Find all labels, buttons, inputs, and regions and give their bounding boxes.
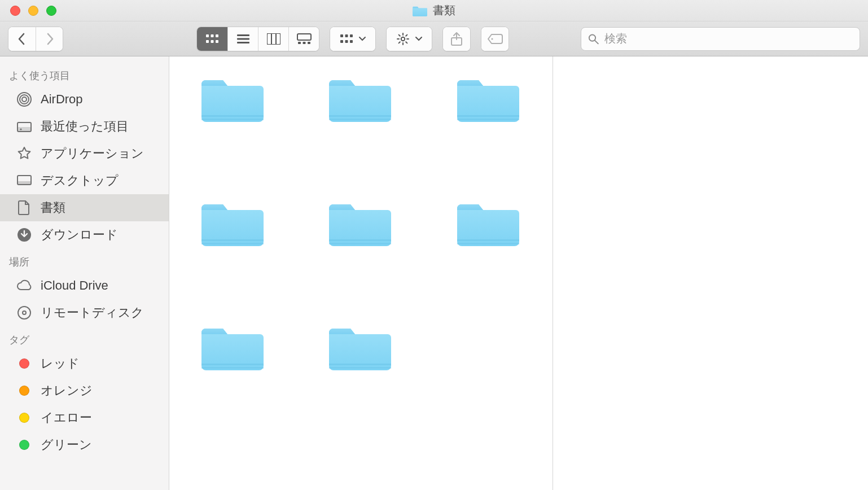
sidebar-item-applications[interactable]: アプリケーション bbox=[0, 140, 169, 167]
icon-grid-pane[interactable] bbox=[169, 56, 553, 490]
minimize-window-button[interactable] bbox=[28, 6, 38, 16]
svg-rect-55 bbox=[329, 243, 391, 244]
tag-dot-icon bbox=[16, 382, 33, 399]
action-dropdown[interactable] bbox=[386, 27, 432, 51]
sidebar-item-label: リモートディスク bbox=[41, 304, 144, 321]
sidebar-section-favorites: よく使う項目 bbox=[0, 62, 169, 86]
svg-rect-57 bbox=[457, 243, 519, 244]
close-window-button[interactable] bbox=[10, 6, 20, 16]
back-button[interactable] bbox=[8, 27, 36, 51]
svg-rect-61 bbox=[329, 367, 391, 369]
folder-item[interactable] bbox=[194, 322, 273, 378]
applications-icon bbox=[16, 145, 33, 162]
chevron-left-icon bbox=[17, 33, 27, 45]
svg-rect-50 bbox=[457, 115, 519, 117]
search-input[interactable] bbox=[604, 32, 853, 45]
gallery-view-icon bbox=[297, 33, 312, 45]
svg-rect-8 bbox=[237, 42, 249, 43]
disc-icon bbox=[16, 304, 33, 321]
svg-point-33 bbox=[589, 34, 595, 41]
sidebar-item-remote-disc[interactable]: リモートディスク bbox=[0, 299, 169, 326]
airdrop-icon bbox=[16, 91, 33, 108]
search-field[interactable] bbox=[581, 27, 860, 51]
folder-icon bbox=[457, 198, 520, 248]
sidebar-item-airdrop[interactable]: AirDrop bbox=[0, 86, 169, 113]
sidebar-item-label: グリーン bbox=[41, 436, 92, 453]
folder-icon bbox=[329, 73, 392, 124]
svg-rect-15 bbox=[308, 42, 310, 44]
documents-icon bbox=[16, 199, 33, 216]
svg-rect-53 bbox=[201, 243, 264, 244]
search-icon bbox=[588, 33, 599, 45]
svg-point-45 bbox=[23, 311, 26, 314]
zoom-window-button[interactable] bbox=[46, 6, 56, 16]
folder-item[interactable] bbox=[321, 73, 400, 130]
list-view-button[interactable] bbox=[227, 27, 258, 51]
icon-view-icon bbox=[205, 34, 219, 44]
folder-icon bbox=[201, 198, 265, 248]
svg-rect-16 bbox=[340, 34, 343, 37]
sidebar-item-label: AirDrop bbox=[41, 92, 83, 107]
svg-rect-9 bbox=[267, 33, 280, 45]
sidebar-tag-green[interactable]: グリーン bbox=[0, 431, 169, 458]
tag-icon bbox=[487, 33, 503, 45]
column-view-icon bbox=[267, 33, 280, 45]
sidebar-item-label: 最近使った項目 bbox=[41, 118, 129, 135]
content-area bbox=[169, 56, 868, 490]
svg-line-34 bbox=[595, 40, 598, 43]
toolbar bbox=[0, 21, 868, 56]
sidebar-tag-yellow[interactable]: イエロー bbox=[0, 404, 169, 431]
svg-line-30 bbox=[406, 34, 407, 36]
tag-dot-icon bbox=[16, 409, 33, 426]
column-view-button[interactable] bbox=[258, 27, 288, 51]
svg-point-44 bbox=[18, 307, 30, 319]
sidebar-item-label: アプリケーション bbox=[41, 145, 144, 162]
sidebar-tag-red[interactable]: レッド bbox=[0, 350, 169, 377]
folder-item[interactable] bbox=[194, 198, 273, 254]
svg-point-32 bbox=[491, 38, 493, 40]
svg-rect-12 bbox=[297, 34, 311, 40]
sidebar-item-label: 書類 bbox=[41, 199, 65, 216]
sidebar-tag-orange[interactable]: オレンジ bbox=[0, 377, 169, 404]
sidebar-item-recents[interactable]: 最近使った項目 bbox=[0, 113, 169, 140]
sidebar-item-downloads[interactable]: ダウンロード bbox=[0, 221, 169, 248]
svg-rect-14 bbox=[303, 42, 305, 44]
share-button[interactable] bbox=[442, 27, 471, 51]
list-view-icon bbox=[236, 34, 250, 44]
svg-point-35 bbox=[22, 97, 27, 102]
sidebar-item-desktop[interactable]: デスクトップ bbox=[0, 167, 169, 194]
sidebar-item-documents[interactable]: 書類 bbox=[0, 194, 169, 221]
svg-rect-48 bbox=[329, 115, 391, 117]
svg-rect-56 bbox=[457, 239, 519, 241]
desktop-icon bbox=[16, 172, 33, 189]
svg-rect-7 bbox=[237, 38, 249, 40]
svg-line-28 bbox=[406, 42, 407, 43]
folder-item[interactable] bbox=[321, 322, 400, 378]
sidebar-section-locations: 場所 bbox=[0, 248, 169, 272]
folder-icon bbox=[413, 5, 427, 17]
sidebar-item-icloud[interactable]: iCloud Drive bbox=[0, 272, 169, 299]
svg-rect-58 bbox=[201, 364, 264, 365]
folder-icon bbox=[329, 322, 392, 373]
svg-line-27 bbox=[399, 34, 400, 36]
svg-rect-42 bbox=[17, 181, 31, 185]
gallery-view-button[interactable] bbox=[288, 27, 319, 51]
svg-rect-18 bbox=[350, 34, 353, 37]
forward-button[interactable] bbox=[36, 27, 63, 51]
svg-rect-49 bbox=[329, 119, 391, 120]
edit-tags-button[interactable] bbox=[481, 27, 509, 51]
folder-item[interactable] bbox=[321, 198, 400, 254]
folder-item[interactable] bbox=[449, 198, 528, 254]
svg-rect-5 bbox=[216, 40, 218, 43]
titlebar: 書類 bbox=[0, 0, 868, 21]
folder-item[interactable] bbox=[194, 73, 273, 130]
group-by-dropdown[interactable] bbox=[330, 27, 376, 51]
folder-icon bbox=[329, 198, 392, 248]
sidebar-item-label: iCloud Drive bbox=[41, 278, 108, 293]
svg-rect-2 bbox=[216, 34, 218, 37]
sidebar-item-label: イエロー bbox=[41, 409, 92, 426]
folder-item[interactable] bbox=[449, 73, 528, 130]
icon-view-button[interactable] bbox=[197, 27, 227, 51]
svg-rect-39 bbox=[17, 127, 31, 132]
sidebar-item-label: デスクトップ bbox=[41, 172, 119, 189]
